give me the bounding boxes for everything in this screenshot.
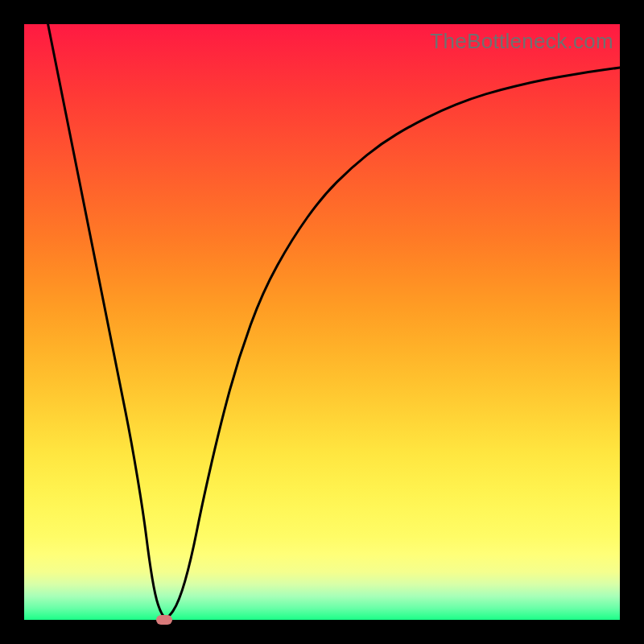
chart-container: TheBottleneck.com <box>0 0 644 644</box>
plot-area: TheBottleneck.com <box>24 24 620 620</box>
bottleneck-curve <box>48 24 620 617</box>
curve-layer <box>24 24 620 620</box>
optimal-marker <box>156 615 172 625</box>
